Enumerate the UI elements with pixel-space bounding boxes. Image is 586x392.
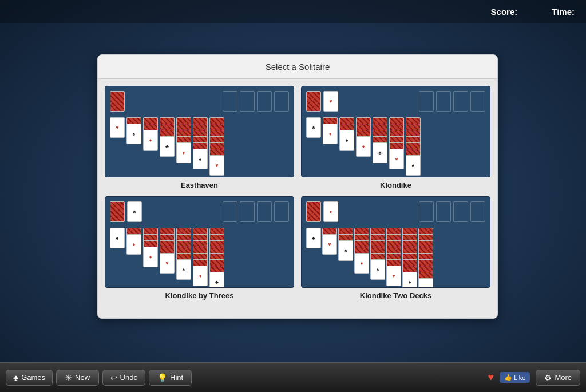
card: ♥ xyxy=(110,117,125,138)
card: ♣ xyxy=(127,201,142,222)
card: ♣ xyxy=(338,240,353,261)
card-column: ♠ xyxy=(406,117,421,176)
score-label: Score: xyxy=(491,7,518,17)
klondike-threes-name: Klondike by Threes xyxy=(105,291,294,300)
card-back xyxy=(306,91,321,112)
card: ♠ xyxy=(126,124,141,144)
card-placeholder xyxy=(470,201,485,222)
card-placeholder xyxy=(240,201,255,222)
klondike-threes-preview: ♣ ♠ ♦ xyxy=(105,196,294,288)
card-placeholder xyxy=(453,201,468,222)
card-column: ♣ xyxy=(209,228,224,288)
card-column: ♠ xyxy=(126,117,141,144)
card-placeholder xyxy=(223,91,237,112)
card: ♥ xyxy=(323,91,338,112)
dialog-title: Select a Solitaire xyxy=(98,55,497,79)
card: ♦ xyxy=(143,247,158,267)
card: ♣ xyxy=(160,136,175,157)
card: ♦ xyxy=(126,234,141,255)
game-cell-klondike[interactable]: ♥ ♣ ♦ xyxy=(301,86,490,189)
card-placeholder xyxy=(419,91,434,112)
gear-icon: ⚙ xyxy=(544,373,552,382)
card-placeholder xyxy=(470,91,485,112)
card-placeholder xyxy=(240,91,255,112)
clubs-icon: ♣ xyxy=(13,373,18,382)
klondike-two-decks-name: Klondike Two Decks xyxy=(301,291,490,300)
asterisk-icon: ✳ xyxy=(65,373,72,382)
card: ♦ xyxy=(323,124,338,144)
card: ♠ xyxy=(110,228,125,248)
undo-button[interactable]: ↩ Undo xyxy=(102,370,145,386)
card-column: ♦ xyxy=(193,228,208,286)
game-cell-klondike-two-decks[interactable]: ♦ ♠ ♥ xyxy=(301,196,490,300)
heart-icon: ♥ xyxy=(488,371,494,383)
card: ♥ xyxy=(386,266,401,286)
klondike-two-decks-preview: ♦ ♠ ♥ xyxy=(301,196,490,288)
card: ♠ xyxy=(176,259,191,280)
card-placeholder xyxy=(436,201,451,222)
card: ♣ xyxy=(373,142,387,163)
card: ♠ xyxy=(406,155,421,176)
card-column: ♠ xyxy=(110,228,125,248)
easthaven-bottom-row: ♥ ♠ ♦ xyxy=(110,117,289,176)
fb-like-text: Like xyxy=(514,374,525,381)
klondike-bottom-row: ♣ ♦ ♠ ♦ xyxy=(306,117,485,176)
card: ♦ xyxy=(176,142,191,163)
hint-button[interactable]: 💡 Hint xyxy=(149,370,192,386)
card: ♦ xyxy=(402,272,417,288)
klondike-two-decks-top-row: ♦ xyxy=(306,201,485,222)
card-column: ♦ xyxy=(143,117,158,151)
undo-label: Undo xyxy=(120,373,138,382)
card-column: ♦ xyxy=(354,228,369,274)
card-column: ♠ xyxy=(193,117,208,169)
card: ♠ xyxy=(193,149,208,169)
game-cell-easthaven[interactable]: ♥ ♠ ♦ xyxy=(105,86,294,189)
klondike-threes-bottom-row: ♠ ♦ ♦ xyxy=(110,228,289,288)
facebook-like-button[interactable]: 👍 Like xyxy=(500,372,530,383)
more-button[interactable]: ⚙ More xyxy=(536,370,580,386)
card-column: ♥ xyxy=(389,117,404,169)
card-back xyxy=(110,201,125,222)
card-column: ♥ xyxy=(160,228,175,274)
card: ♦ xyxy=(418,278,433,288)
header: Score: Time: xyxy=(0,0,586,23)
card-column: ♠ xyxy=(306,228,321,248)
easthaven-top-row xyxy=(110,91,289,112)
card-placeholder xyxy=(257,201,272,222)
card: ♦ xyxy=(356,136,371,157)
card-column: ♥ xyxy=(322,228,337,255)
card-back xyxy=(306,201,321,222)
card-column: ♥ xyxy=(386,228,401,286)
card-placeholder xyxy=(419,201,434,222)
card: ♠ xyxy=(370,259,385,280)
card: ♥ xyxy=(209,155,224,176)
hint-label: Hint xyxy=(170,373,183,382)
card-column: ♠ xyxy=(370,228,385,280)
card-placeholder xyxy=(223,201,237,222)
game-select-dialog: Select a Solitaire ♥ xyxy=(97,54,498,319)
card: ♦ xyxy=(193,266,208,286)
card-placeholder xyxy=(274,91,289,112)
games-button[interactable]: ♣ Games xyxy=(6,370,53,386)
card-placeholder xyxy=(257,91,272,112)
toolbar-right: ♥ 👍 Like ⚙ More xyxy=(488,370,581,386)
card-column: ♦ xyxy=(356,117,371,157)
toolbar: ♣ Games ✳ New ↩ Undo 💡 Hint ♥ 👍 Like ⚙ M… xyxy=(0,362,586,392)
card-column: ♣ xyxy=(373,117,387,163)
fb-thumb-icon: 👍 xyxy=(504,374,512,381)
card-column: ♥ xyxy=(209,117,224,176)
card: ♦ xyxy=(354,253,369,274)
card-back xyxy=(110,91,125,112)
card: ♥ xyxy=(160,253,175,274)
lightbulb-icon: 💡 xyxy=(157,373,167,382)
games-label: Games xyxy=(21,373,45,382)
more-label: More xyxy=(555,373,572,382)
new-button[interactable]: ✳ New xyxy=(56,370,99,386)
card: ♥ xyxy=(389,149,404,169)
card-column: ♦ xyxy=(143,228,158,267)
easthaven-preview: ♥ ♠ ♦ xyxy=(105,86,294,177)
card-column: ♦ xyxy=(176,117,191,163)
card-column: ♠ xyxy=(339,117,354,151)
game-cell-klondike-threes[interactable]: ♣ ♠ ♦ xyxy=(105,196,294,300)
card-placeholder xyxy=(436,91,451,112)
